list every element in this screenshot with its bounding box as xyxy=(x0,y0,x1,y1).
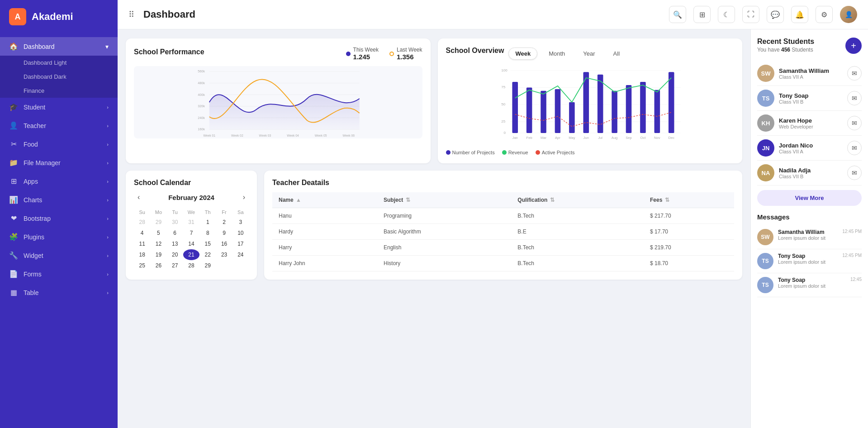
cal-day[interactable]: 27 xyxy=(167,260,183,271)
cal-day[interactable]: 12 xyxy=(150,238,166,249)
settings-button[interactable]: ⚙ xyxy=(816,6,833,23)
cal-day[interactable]: 16 xyxy=(216,238,232,249)
tab-all[interactable]: All xyxy=(607,48,626,60)
apps-icon: ⊞ xyxy=(9,177,18,185)
school-calendar-card: School Calendar ‹ February 2024 › Su Mo … xyxy=(126,171,257,280)
svg-text:Week 03: Week 03 xyxy=(259,134,271,137)
student-item: KH Karen Hope Web Developer ✉ xyxy=(757,111,862,136)
sidebar-item-dashboard[interactable]: 🏠 Dashboard ▾ xyxy=(0,37,118,56)
recent-students-title: Recent Students xyxy=(757,38,814,46)
sidebar-item-label: Bootstrap xyxy=(24,215,101,222)
sidebar-item-widget[interactable]: 🔧 Widget › xyxy=(0,246,118,265)
cell-fees: $ 18.70 xyxy=(644,256,734,271)
cal-day[interactable]: 6 xyxy=(167,228,183,238)
cal-day[interactable]: 3 xyxy=(232,217,249,228)
lower-cards-row: School Calendar ‹ February 2024 › Su Mo … xyxy=(126,171,742,280)
cal-day[interactable]: 8 xyxy=(199,228,216,238)
student-mail-button[interactable]: ✉ xyxy=(847,166,862,180)
message-avatar: TS xyxy=(757,253,773,269)
student-avatar: SW xyxy=(757,65,774,82)
notification-button[interactable]: 🔔 xyxy=(791,6,808,23)
cal-day[interactable]: 10 xyxy=(232,228,249,238)
search-button[interactable]: 🔍 xyxy=(669,6,686,23)
tab-year[interactable]: Year xyxy=(576,48,602,60)
chevron-right-icon: › xyxy=(107,142,109,147)
student-mail-button[interactable]: ✉ xyxy=(847,116,862,130)
sidebar-item-file-manager[interactable]: 📁 File Manager › xyxy=(0,153,118,172)
active-dot xyxy=(536,150,540,155)
sort-icon: ⇅ xyxy=(406,197,410,203)
col-name[interactable]: Name ▲ xyxy=(272,192,377,208)
student-class: Class VII A xyxy=(779,74,843,80)
cal-day[interactable]: 31 xyxy=(183,217,199,228)
cal-day[interactable]: 25 xyxy=(134,260,150,271)
student-avatar: KH xyxy=(757,114,774,132)
dark-mode-button[interactable]: ☾ xyxy=(718,6,735,23)
student-name: Tony Soap xyxy=(779,92,843,99)
sidebar-item-teacher[interactable]: 👤 Teacher › xyxy=(0,116,118,135)
sidebar-item-table[interactable]: ▦ Table › xyxy=(0,283,118,302)
col-subject[interactable]: Subject ⇅ xyxy=(377,192,511,208)
cal-day[interactable]: 9 xyxy=(216,228,232,238)
user-avatar[interactable]: 👤 xyxy=(840,6,857,23)
cal-day[interactable]: 19 xyxy=(150,249,166,260)
grid-dots-icon[interactable]: ⠿ xyxy=(128,10,134,19)
cell-qualification: B.Tech xyxy=(511,256,644,271)
sidebar-item-plugins[interactable]: 🧩 Plugins › xyxy=(0,228,118,246)
messages-title: Messages xyxy=(757,213,862,221)
message-body: Tony Soap Lorem ipsum dolor sit xyxy=(778,277,846,289)
sidebar-item-apps[interactable]: ⊞ Apps › xyxy=(0,172,118,190)
sidebar-sub-item-dashboard-dark[interactable]: Dashboard Dark xyxy=(0,70,118,84)
chat-button[interactable]: 💬 xyxy=(767,6,784,23)
cal-day[interactable]: 29 xyxy=(199,260,216,271)
calendar-prev-button[interactable]: ‹ xyxy=(134,192,143,202)
cal-day[interactable]: 13 xyxy=(167,238,183,249)
svg-rect-28 xyxy=(512,82,518,133)
sidebar-item-student[interactable]: 🎓 Student › xyxy=(0,98,118,116)
cal-day[interactable]: 15 xyxy=(199,238,216,249)
sidebar-item-charts[interactable]: 📊 Charts › xyxy=(0,190,118,209)
add-student-button[interactable]: + xyxy=(845,38,862,54)
svg-text:Week 04: Week 04 xyxy=(287,134,299,137)
sidebar-sub-item-finance[interactable]: Finance xyxy=(0,84,118,98)
cal-day[interactable]: 23 xyxy=(216,249,232,260)
cell-fees: $ 17.70 xyxy=(644,224,734,240)
fullscreen-button[interactable]: ⛶ xyxy=(742,6,759,23)
cal-day[interactable]: 26 xyxy=(150,260,166,271)
cal-day[interactable]: 4 xyxy=(134,228,150,238)
cal-day[interactable]: 18 xyxy=(134,249,150,260)
cal-day[interactable]: 11 xyxy=(134,238,150,249)
calendar-next-button[interactable]: › xyxy=(239,192,249,202)
sidebar-item-bootstrap[interactable]: ❤ Bootstrap › xyxy=(0,209,118,228)
student-mail-button[interactable]: ✉ xyxy=(847,66,862,81)
cal-day[interactable]: 28 xyxy=(134,217,150,228)
view-more-button[interactable]: View More xyxy=(757,190,862,206)
col-qualification[interactable]: Qulification ⇅ xyxy=(511,192,644,208)
col-fees[interactable]: Fees ⇅ xyxy=(644,192,734,208)
cal-day[interactable]: 5 xyxy=(150,228,166,238)
sort-icon: ⇅ xyxy=(550,197,555,203)
grid-button[interactable]: ⊞ xyxy=(693,6,711,23)
tab-month[interactable]: Month xyxy=(542,48,572,60)
cal-day[interactable]: 2 xyxy=(216,217,232,228)
cal-day[interactable]: 24 xyxy=(232,249,249,260)
cal-day[interactable]: 20 xyxy=(167,249,183,260)
cal-day[interactable]: 17 xyxy=(232,238,249,249)
sidebar-item-forms[interactable]: 📄 Forms › xyxy=(0,265,118,283)
student-mail-button[interactable]: ✉ xyxy=(847,91,862,105)
cal-day[interactable]: 29 xyxy=(150,217,166,228)
cal-day-today[interactable]: 21 xyxy=(183,249,199,260)
sidebar-sub-item-dashboard-light[interactable]: Dashboard Light xyxy=(0,56,118,70)
sidebar-item-food[interactable]: ✂ Food › xyxy=(0,135,118,153)
tab-week[interactable]: Week xyxy=(508,48,537,60)
cal-day[interactable]: 7 xyxy=(183,228,199,238)
cal-header-th: Th xyxy=(199,208,216,217)
cell-fees: $ 217.70 xyxy=(644,208,734,224)
cal-day[interactable]: 30 xyxy=(167,217,183,228)
student-mail-button[interactable]: ✉ xyxy=(847,141,862,155)
cal-day[interactable]: 28 xyxy=(183,260,199,271)
cal-day[interactable]: 22 xyxy=(199,249,216,260)
cal-day[interactable]: 1 xyxy=(199,217,216,228)
sidebar-item-label: Forms xyxy=(24,271,101,278)
cal-day[interactable]: 14 xyxy=(183,238,199,249)
